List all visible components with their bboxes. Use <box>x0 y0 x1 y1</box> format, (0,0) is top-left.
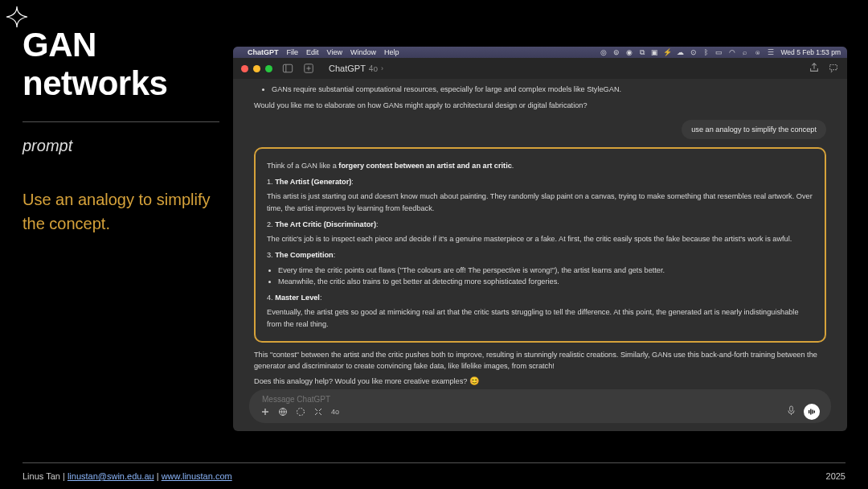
footer-author: Linus Tan <box>23 471 60 481</box>
menubar-bolt-icon[interactable]: ⚡ <box>664 48 672 56</box>
svg-point-4 <box>297 408 305 415</box>
analogy-intro-a: Think of a GAN like a <box>267 162 338 170</box>
menubar-item-edit[interactable]: Edit <box>306 48 319 56</box>
sub-bullet-3b: Meanwhile, the critic also trains to get… <box>278 276 813 287</box>
menubar-status-icon[interactable]: ◉ <box>625 48 633 56</box>
slide-divider <box>23 121 219 122</box>
head-1: The Artist (Generator) <box>275 178 351 186</box>
menubar-item-file[interactable]: File <box>287 48 299 56</box>
voice-button[interactable] <box>804 404 820 420</box>
new-chat-icon[interactable] <box>303 63 314 74</box>
sub-bullet-3a: Every time the critic points out flaws (… <box>278 265 813 276</box>
slide-title: GAN networks <box>23 26 215 104</box>
slide-title-line1: GAN <box>23 26 96 64</box>
share-icon[interactable] <box>809 62 820 75</box>
list-item-2: 2. The Art Critic (Discriminator): The c… <box>267 219 813 245</box>
menubar-bluetooth-icon[interactable]: ᛒ <box>702 48 710 56</box>
user-message: use an analogy to simplify the concept <box>254 120 826 139</box>
menubar-status-icon[interactable]: ◎ <box>600 48 608 56</box>
menubar-wifi-icon[interactable]: ◠ <box>728 48 736 56</box>
menubar-item-window[interactable]: Window <box>350 48 376 56</box>
menubar-app-name[interactable]: ChatGPT <box>248 48 279 56</box>
sidebar-toggle-icon[interactable] <box>282 63 293 74</box>
chat-content: GANs require substantial computational r… <box>233 79 847 389</box>
window-model-tag: 4o <box>369 64 378 73</box>
num-1: 1. <box>267 178 273 186</box>
svg-rect-6 <box>809 410 809 413</box>
list-item-1: 1. The Artist (Generator): This artist i… <box>267 176 813 214</box>
slide-prompt-label: prompt <box>23 137 215 155</box>
assistant-bullet: GANs require substantial computational r… <box>272 84 826 95</box>
menubar-status-icon[interactable]: ⊚ <box>612 48 620 56</box>
slide-left-panel: GAN networks prompt Use an analogy to si… <box>23 26 215 236</box>
head-4: Master Level <box>275 294 320 302</box>
menubar-battery-icon[interactable]: ▭ <box>715 48 723 56</box>
closing-para-2: Does this analogy help? Would you like m… <box>254 375 826 388</box>
svg-rect-9 <box>814 410 815 413</box>
num-3: 3. <box>267 251 273 259</box>
minimize-button[interactable] <box>253 65 260 72</box>
mic-icon[interactable] <box>787 405 796 417</box>
window-title-text: ChatGPT <box>329 64 366 73</box>
menubar-cloud-icon[interactable]: ☁ <box>677 48 685 56</box>
traffic-lights[interactable] <box>241 65 272 72</box>
list-item-4: 4. Master Level: Eventually, the artist … <box>267 292 813 330</box>
chevron-right-icon: › <box>381 64 383 72</box>
message-composer[interactable]: 4o <box>249 389 831 423</box>
attach-icon[interactable] <box>260 407 270 417</box>
assistant-bullet-list: GANs require substantial computational r… <box>260 84 826 95</box>
footer-site-link[interactable]: www.linustan.com <box>162 471 232 481</box>
menubar-item-help[interactable]: Help <box>384 48 399 56</box>
num-2: 2. <box>267 220 273 228</box>
reason-icon[interactable] <box>296 407 305 417</box>
menubar-item-view[interactable]: View <box>327 48 342 56</box>
body-4: Eventually, the artist gets so good at m… <box>267 306 813 330</box>
svg-rect-7 <box>810 409 811 414</box>
menubar-clock[interactable]: Wed 5 Feb 1:53 pm <box>781 48 841 56</box>
macos-menubar: ChatGPT File Edit View Window Help ◎ ⊚ ◉… <box>233 47 847 58</box>
footer-divider <box>23 462 845 463</box>
globe-icon[interactable] <box>278 407 288 417</box>
body-1: This artist is just starting out and doe… <box>267 191 813 214</box>
menubar-camera-icon[interactable]: ⧉ <box>638 48 646 56</box>
svg-rect-8 <box>812 409 813 413</box>
slide-title-line2: networks <box>23 64 167 102</box>
assistant-followup: Would you like me to elaborate on how GA… <box>254 100 826 111</box>
body-2: The critic's job is to inspect each piec… <box>267 233 813 244</box>
menubar-control-icon[interactable]: ☰ <box>767 48 775 56</box>
head-2: The Art Critic (Discriminator) <box>275 220 376 228</box>
footer-year: 2025 <box>826 471 845 481</box>
user-message-text: use an analogy to simplify the concept <box>682 120 826 139</box>
zoom-button[interactable] <box>265 65 272 72</box>
composer-model-tag[interactable]: 4o <box>331 408 339 416</box>
footer-email-link[interactable]: linustan@swin.edu.au <box>68 471 154 481</box>
svg-rect-5 <box>790 406 793 411</box>
temp-chat-icon[interactable] <box>828 62 839 75</box>
highlighted-response: Think of a GAN like a forgery contest be… <box>254 147 826 343</box>
menubar-box-icon[interactable]: ▣ <box>651 48 659 56</box>
svg-rect-0 <box>283 64 292 72</box>
menubar-search-icon[interactable]: ⌕ <box>741 48 749 56</box>
window-title[interactable]: ChatGPT 4o › <box>329 64 383 73</box>
canvas-icon[interactable] <box>313 407 323 417</box>
list-item-3: 3. The Competition: Every time the criti… <box>267 249 813 287</box>
close-button[interactable] <box>241 65 248 72</box>
analogy-intro-c: . <box>512 162 514 170</box>
head-3: The Competition <box>275 251 333 259</box>
footer-left: Linus Tan | linustan@swin.edu.au | www.l… <box>23 471 232 481</box>
window-titlebar: ChatGPT 4o › <box>233 58 847 79</box>
closing-text: Does this analogy help? Would you like m… <box>254 377 469 385</box>
menubar-user-icon[interactable]: ⍟ <box>754 48 762 56</box>
num-4: 4. <box>267 294 273 302</box>
slide-body-text: Use an analogy to simplify the concept. <box>23 187 215 236</box>
chatgpt-window: ChatGPT File Edit View Window Help ◎ ⊚ ◉… <box>233 47 847 431</box>
smile-emoji: 😊 <box>469 376 479 385</box>
message-input[interactable] <box>257 393 823 404</box>
slide-footer: Linus Tan | linustan@swin.edu.au | www.l… <box>23 471 845 481</box>
analogy-intro: Think of a GAN like a forgery contest be… <box>267 160 813 171</box>
analogy-intro-bold: forgery contest between an artist and an… <box>338 162 511 170</box>
menubar-play-icon[interactable]: ⊙ <box>690 48 698 56</box>
closing-para-1: This "contest" between the artist and th… <box>254 349 826 372</box>
